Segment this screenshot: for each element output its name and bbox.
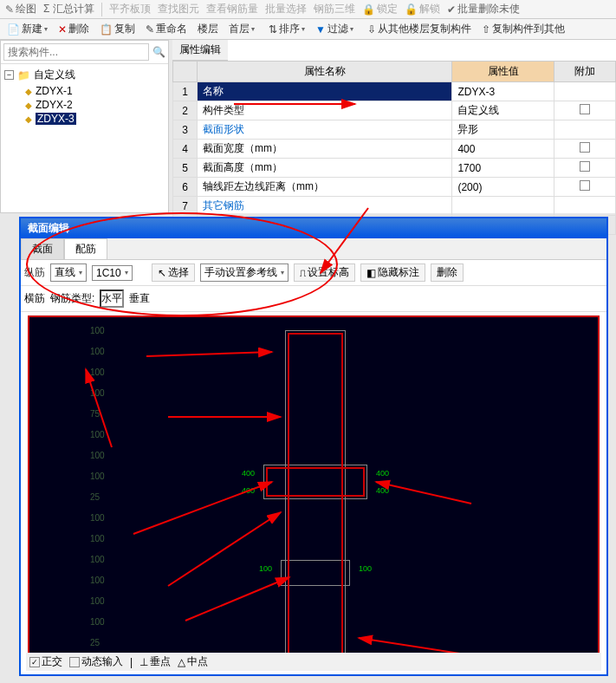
dimension-label: 100: [259, 564, 272, 573]
prop-name: 名称: [198, 82, 452, 101]
prop-value[interactable]: ZDYX-3: [452, 82, 554, 101]
filter-icon: ▼: [315, 23, 326, 36]
delete-icon: ✕: [58, 23, 67, 36]
dynamic-input-toggle[interactable]: 动态输入: [69, 654, 123, 669]
new-icon: 📄: [7, 23, 20, 36]
prop-name: 截面宽度（mm）: [198, 140, 452, 159]
unlock-icon: 🔓: [405, 3, 418, 16]
prop-extra[interactable]: [554, 120, 615, 140]
draw-button[interactable]: ✎绘图: [3, 1, 38, 17]
prop-extra[interactable]: [554, 159, 615, 178]
midpoint-snap-toggle[interactable]: △中点: [178, 654, 208, 669]
property-tab[interactable]: 属性编辑: [172, 40, 228, 61]
tree-item-zdyx-2[interactable]: ◆ZDYX-2: [25, 98, 165, 112]
checkbox-icon: ✓: [29, 657, 40, 667]
prop-name: 构件类型: [198, 101, 452, 120]
lock-icon: 🔒: [362, 3, 375, 16]
component-tree: − 📁 自定义线 ◆ZDYX-1 ◆ZDYX-2 ◆ZDYX-3: [1, 64, 168, 129]
floor-combo[interactable]: 首层▾: [225, 21, 258, 37]
prop-name: 其它钢筋: [198, 197, 452, 216]
grid-value: 100: [90, 576, 105, 585]
hide-annotation-button[interactable]: ◧隐藏标注: [360, 263, 425, 282]
row-number: 3: [173, 120, 198, 140]
lock-button[interactable]: 🔒锁定: [360, 1, 399, 17]
grid-value: 100: [90, 596, 105, 606]
delete-button-2[interactable]: 删除: [431, 263, 464, 282]
search-input[interactable]: [3, 43, 149, 61]
dimension-label: 400: [376, 469, 389, 478]
prop-extra[interactable]: [554, 197, 615, 216]
grid-value: 100: [90, 555, 105, 564]
copy-from-other-button[interactable]: ⇩从其他楼层复制构件: [364, 21, 475, 37]
prop-name: 轴线距左边线距离（mm）: [198, 178, 452, 197]
tree-root[interactable]: − 📁 自定义线: [4, 68, 165, 82]
prop-value[interactable]: 异形: [452, 120, 554, 140]
row-number: 5: [173, 159, 198, 178]
item-icon: ◆: [25, 101, 32, 110]
toolbar-separator: [101, 3, 102, 16]
perp-snap-toggle[interactable]: ⊥垂点: [139, 654, 171, 669]
tree-item-zdyx-1[interactable]: ◆ZDYX-1: [25, 84, 165, 98]
grid-value: 100: [90, 472, 105, 481]
view-rebar-button[interactable]: 查看钢筋量: [204, 1, 260, 17]
perp-icon: ⊥: [139, 656, 148, 668]
flat-top-button[interactable]: 平齐板顶: [107, 1, 152, 17]
rename-button[interactable]: ✎重命名: [142, 21, 191, 37]
grid-value: 100: [90, 513, 105, 523]
collapse-icon[interactable]: −: [4, 70, 14, 80]
unlock-button[interactable]: 🔓解锁: [403, 1, 442, 17]
prop-value[interactable]: (200): [452, 178, 554, 197]
sort-button[interactable]: ⇅排序▾: [265, 21, 308, 37]
item-icon: ◆: [25, 114, 32, 124]
prop-value[interactable]: 自定义线: [452, 101, 554, 120]
grid-value: 100: [90, 347, 105, 356]
property-row[interactable]: 1 名称 ZDYX-3: [173, 82, 616, 101]
prop-value[interactable]: [452, 197, 554, 216]
prop-extra[interactable]: [554, 178, 615, 197]
annotation-ellipse: [26, 212, 338, 316]
prop-extra[interactable]: [554, 140, 615, 159]
status-separator: |: [130, 656, 133, 668]
grid-value: 100: [90, 617, 105, 627]
rebar-outline: [266, 467, 365, 497]
copy-to-other-button[interactable]: ⇧复制构件到其他: [478, 21, 568, 37]
property-row[interactable]: 5 截面高度（mm） 1700: [173, 159, 616, 178]
copy-button[interactable]: 📋复制: [96, 21, 139, 37]
property-row[interactable]: 3 截面形状 异形: [173, 120, 616, 140]
svg-line-6: [185, 577, 289, 621]
ortho-toggle[interactable]: ✓正交: [29, 654, 62, 669]
dropdown-icon: ▾: [251, 25, 255, 33]
property-row[interactable]: 7 其它钢筋: [173, 197, 616, 216]
summary-button[interactable]: Σ 汇总计算: [42, 1, 96, 17]
delete-button[interactable]: ✕删除: [55, 21, 93, 37]
prop-value[interactable]: 400: [452, 140, 554, 159]
batch-select-button[interactable]: 批量选择: [263, 1, 308, 17]
folder-icon: 📁: [17, 69, 30, 81]
property-row[interactable]: 4 截面宽度（mm） 400: [173, 140, 616, 159]
new-button[interactable]: 📄新建▾: [3, 21, 51, 37]
rebar-3d-button[interactable]: 钢筋三维: [312, 1, 357, 17]
search-icon[interactable]: 🔍: [152, 46, 165, 58]
filter-button[interactable]: ▼过滤▾: [312, 21, 357, 37]
batch-delete-button[interactable]: ✔批量删除未使: [445, 1, 522, 17]
prop-value[interactable]: 1700: [452, 159, 554, 178]
prop-extra[interactable]: [554, 82, 615, 101]
grid-value: 25: [90, 638, 100, 647]
export-icon: ⇧: [482, 23, 490, 36]
transverse-label: 横筋: [24, 291, 45, 306]
sort-icon: ⇅: [269, 23, 277, 36]
prop-extra[interactable]: [554, 101, 615, 120]
property-table: 属性名称 属性值 附加 1 名称 ZDYX-3 2 构件类型 自定义线 3 截面…: [172, 61, 616, 235]
property-row[interactable]: 6 轴线距左边线距离（mm） (200): [173, 178, 616, 197]
tree-item-zdyx-3[interactable]: ◆ZDYX-3: [25, 112, 165, 126]
row-number: 2: [173, 101, 198, 120]
dimension-label: 400: [242, 469, 255, 478]
grid-value: 75: [90, 409, 100, 419]
view-original-button[interactable]: 查找图元: [156, 1, 201, 17]
prop-name: 截面形状: [198, 120, 452, 140]
grid-value: 100: [90, 326, 105, 335]
drawing-canvas[interactable]: 1001001001007510010010025100100100100100…: [28, 315, 600, 662]
property-row[interactable]: 2 构件类型 自定义线: [173, 101, 616, 120]
hide-icon: ◧: [366, 267, 376, 279]
dimension-label: 400: [242, 486, 255, 495]
